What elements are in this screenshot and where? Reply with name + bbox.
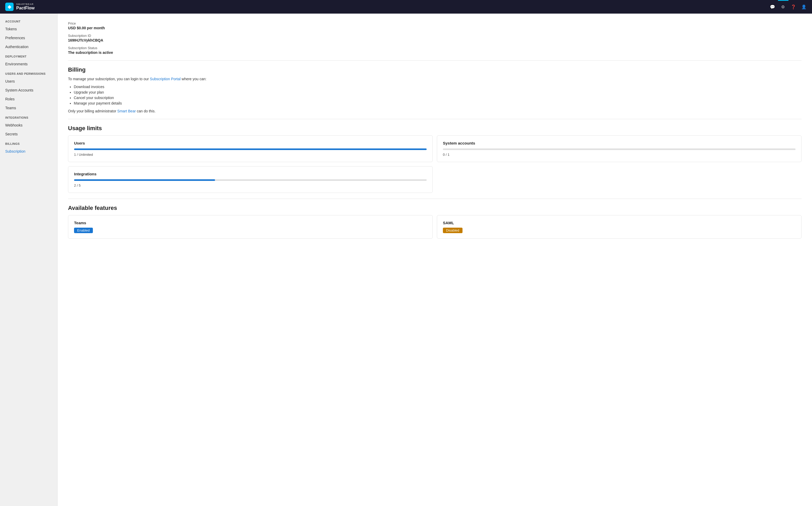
usage-card-integrations-title: Integrations: [74, 172, 427, 176]
feature-saml-title: SAML: [443, 221, 796, 225]
logo-icon: ◈: [5, 3, 14, 11]
price-section: Price USD $0.00 per month: [68, 21, 802, 30]
sidebar-section-billings: BILLINGS: [0, 139, 57, 147]
divider-1: [68, 60, 802, 61]
available-features-title: Available features: [68, 205, 802, 212]
price-value: USD $0.00 per month: [68, 26, 802, 30]
available-features-section: Available features Teams Enabled SAML Di…: [68, 205, 802, 239]
sidebar-item-tokens[interactable]: Tokens: [0, 24, 57, 33]
system-accounts-progress-bg: [443, 149, 796, 150]
active-bar: [778, 0, 789, 1]
users-count: 1 / Unlimited: [74, 153, 427, 157]
saml-badge: Disabled: [443, 228, 462, 233]
sidebar-item-webhooks[interactable]: Webhooks: [0, 121, 57, 130]
teams-badge: Enabled: [74, 228, 93, 233]
sidebar-item-preferences[interactable]: Preferences: [0, 33, 57, 43]
billing-list-item: Cancel your subscription: [74, 96, 802, 100]
sidebar-item-system-accounts[interactable]: System Accounts: [0, 86, 57, 95]
billing-list-item: Manage your payment details: [74, 101, 802, 105]
billing-list: Download invoices Upgrade your plan Canc…: [68, 85, 802, 105]
usage-card-system-accounts-title: System accounts: [443, 141, 796, 145]
brand-name: SMARTBEAR PactFlow: [16, 3, 34, 10]
integrations-progress-fill: [74, 179, 215, 181]
billing-list-item: Download invoices: [74, 85, 802, 89]
sidebar-item-teams[interactable]: Teams: [0, 103, 57, 112]
billing-title: Billing: [68, 66, 802, 73]
main-content: Price USD $0.00 per month Subscription I…: [58, 14, 812, 506]
usage-card-system-accounts: System accounts 0 / 1: [437, 136, 802, 162]
usage-card-integrations: Integrations 2 / 5: [68, 166, 433, 193]
subscription-status-section: Subscription Status The subscription is …: [68, 46, 802, 55]
features-grid: Teams Enabled SAML Disabled: [68, 215, 802, 239]
billing-intro: To manage your subscription, you can log…: [68, 77, 802, 81]
divider-2: [68, 119, 802, 119]
sidebar-section-users-permissions: USERS AND PERMISSIONS: [0, 69, 57, 77]
sidebar-item-users[interactable]: Users: [0, 77, 57, 86]
subscription-id-label: Subscription ID: [68, 34, 802, 37]
sidebar-section-deployment: DEPLOYMENT: [0, 51, 57, 60]
users-progress-bg: [74, 149, 427, 150]
integrations-progress-bg: [74, 179, 427, 181]
subscription-id-section: Subscription ID 169IHJTcVykhCBQA: [68, 34, 802, 43]
gear-icon[interactable]: ⚙: [780, 4, 786, 10]
topnav-actions: 💬 ⚙ ❓ 👤: [769, 4, 807, 10]
usage-limits-section: Usage limits Users 1 / Unlimited System …: [68, 125, 802, 193]
users-progress-fill: [74, 149, 427, 150]
smartbear-link[interactable]: Smart Bear: [117, 109, 137, 113]
usage-card-users: Users 1 / Unlimited: [68, 136, 433, 162]
top-navigation: ◈ SMARTBEAR PactFlow 💬 ⚙ ❓ 👤: [0, 0, 812, 14]
sidebar-section-account: ACCOUNT: [0, 16, 57, 24]
help-icon[interactable]: ❓: [791, 4, 796, 10]
billing-section: Billing To manage your subscription, you…: [68, 66, 802, 113]
sidebar-item-environments[interactable]: Environments: [0, 60, 57, 69]
system-accounts-count: 0 / 1: [443, 153, 796, 157]
sidebar-item-subscription[interactable]: Subscription: [0, 147, 57, 156]
sidebar-item-secrets[interactable]: Secrets: [0, 130, 57, 139]
subscription-status-value: The subscription is active: [68, 51, 802, 55]
subscription-portal-link[interactable]: Subscription Portal: [150, 77, 181, 81]
integrations-count: 2 / 5: [74, 183, 427, 187]
billing-footer: Only your billing administrator Smart Be…: [68, 109, 802, 113]
chat-icon[interactable]: 💬: [769, 4, 776, 10]
subscription-id-value: 169IHJTcVykhCBQA: [68, 38, 802, 43]
feature-card-saml: SAML Disabled: [437, 215, 802, 239]
sidebar-item-roles[interactable]: Roles: [0, 95, 57, 103]
feature-card-teams: Teams Enabled: [68, 215, 433, 239]
usage-grid: Users 1 / Unlimited System accounts 0 / …: [68, 136, 802, 162]
feature-teams-title: Teams: [74, 221, 427, 225]
user-icon[interactable]: 👤: [801, 4, 807, 10]
billing-list-item: Upgrade your plan: [74, 90, 802, 94]
subscription-status-label: Subscription Status: [68, 46, 802, 50]
sidebar-section-integrations: INTEGRATIONS: [0, 112, 57, 121]
usage-limits-title: Usage limits: [68, 125, 802, 132]
sidebar: ACCOUNT Tokens Preferences Authenticatio…: [0, 14, 58, 506]
price-label: Price: [68, 21, 802, 25]
sidebar-item-authentication[interactable]: Authentication: [0, 43, 57, 51]
app-logo[interactable]: ◈ SMARTBEAR PactFlow: [5, 3, 34, 11]
usage-card-users-title: Users: [74, 141, 427, 145]
